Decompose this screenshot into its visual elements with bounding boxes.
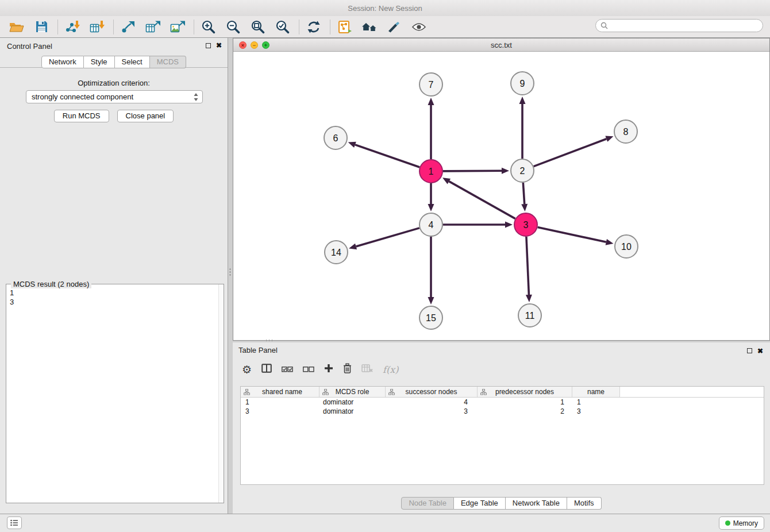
table-settings-button[interactable]: ⚙ (242, 364, 252, 375)
apply-layout-button[interactable] (335, 18, 355, 36)
tab-edge-table[interactable]: Edge Table (454, 497, 506, 510)
graph-node-14[interactable]: 14 (325, 241, 348, 264)
style-brush-button[interactable] (384, 18, 404, 36)
table-panel-close-button[interactable]: ✖ (757, 347, 763, 355)
table-panel-float-button[interactable] (747, 348, 752, 353)
import-table-button[interactable] (87, 18, 107, 36)
close-panel-button[interactable]: Close panel (117, 110, 174, 122)
network-graph[interactable]: 7968124314101511 (233, 52, 769, 340)
column-header-name[interactable]: name (572, 387, 620, 397)
import-network-button[interactable] (63, 18, 82, 36)
refresh-button[interactable] (304, 18, 324, 36)
tab-motifs[interactable]: Motifs (567, 497, 602, 510)
export-table-button[interactable] (143, 18, 163, 36)
column-header-predecessor-nodes[interactable]: predecessor nodes (478, 387, 572, 397)
zoom-out-button[interactable] (224, 18, 243, 36)
open-session-button[interactable] (7, 18, 26, 36)
graph-node-1[interactable]: 1 (419, 160, 442, 183)
select-all-columns-button[interactable] (282, 364, 293, 375)
tab-node-table[interactable]: Node Table (401, 497, 454, 510)
network-window-titlebar[interactable]: × − + scc.txt (233, 38, 769, 52)
horizontal-splitter-grip[interactable] (265, 339, 274, 342)
graph-node-label: 3 (523, 220, 529, 230)
network-canvas[interactable]: 7968124314101511 (233, 52, 769, 340)
graph-edge-3-10[interactable] (538, 227, 606, 242)
show-details-button[interactable] (409, 18, 429, 36)
delete-column-button[interactable] (343, 363, 352, 376)
function-builder-button[interactable]: f(x) (383, 364, 398, 375)
home-button[interactable] (360, 18, 379, 36)
graph-node-10[interactable]: 10 (615, 235, 638, 258)
task-history-button[interactable] (7, 516, 22, 529)
control-panel-tabbar: Network Style Select MCDS (0, 56, 228, 68)
result-scrollbar[interactable] (218, 284, 224, 503)
control-panel-float-button[interactable] (206, 43, 211, 48)
memory-button[interactable]: Memory (719, 516, 764, 530)
mcds-result-list[interactable]: 1 3 (6, 286, 218, 503)
graph-node-6[interactable]: 6 (324, 126, 347, 149)
mcds-result-item[interactable]: 1 (10, 288, 215, 298)
graph-edge-2-3[interactable] (523, 183, 524, 204)
graph-node-9[interactable]: 9 (511, 72, 534, 95)
tab-style[interactable]: Style (84, 56, 115, 68)
table-toolbar: ⚙ f(x) (242, 361, 398, 378)
tab-network-table[interactable]: Network Table (506, 497, 567, 510)
table-row[interactable]: 3 dominator 3 2 3 (241, 407, 764, 416)
run-mcds-button[interactable]: Run MCDS (54, 110, 109, 122)
dropdown-stepper-icon (194, 93, 198, 103)
graph-node-15[interactable]: 15 (419, 306, 442, 329)
vertical-splitter-grip[interactable] (229, 268, 232, 277)
window-close-icon[interactable]: × (239, 41, 247, 49)
graph-edge-arrowhead (349, 244, 357, 250)
export-image-button[interactable] (168, 18, 187, 36)
column-header-mcds-role[interactable]: MCDS role (319, 387, 386, 397)
graph-edge-1-6[interactable] (355, 145, 419, 167)
graph-edge-2-8[interactable] (534, 139, 607, 167)
show-columns-button[interactable] (261, 364, 272, 375)
tab-mcds[interactable]: MCDS (150, 56, 186, 68)
cell-successor-nodes: 3 (386, 407, 478, 416)
export-table-icon (145, 21, 161, 33)
zoom-in-button[interactable] (199, 18, 218, 36)
toolbar-search[interactable] (595, 19, 763, 32)
column-header-successor-nodes[interactable]: successor nodes (386, 387, 478, 397)
tab-select[interactable]: Select (115, 56, 150, 68)
graph-node-11[interactable]: 11 (518, 304, 541, 327)
graph-node-8[interactable]: 8 (614, 120, 637, 143)
graph-node-4[interactable]: 4 (419, 213, 442, 236)
zoom-fit-button[interactable] (248, 18, 268, 36)
graph-node-label: 11 (525, 311, 535, 321)
save-session-button[interactable] (32, 18, 51, 36)
graph-node-7[interactable]: 7 (419, 73, 442, 96)
column-label: shared name (262, 388, 302, 396)
zoom-out-icon (226, 20, 241, 34)
create-column-button[interactable] (324, 364, 333, 375)
criterion-dropdown[interactable]: strongly connected component (26, 90, 203, 103)
delete-table-button[interactable] (361, 364, 373, 375)
toolbar-separator (57, 20, 58, 34)
graph-edge-3-1[interactable] (449, 182, 515, 219)
control-panel-close-button[interactable]: ✖ (216, 41, 222, 49)
graph-node-label: 6 (333, 133, 338, 143)
graph-edge-3-11[interactable] (526, 237, 529, 295)
window-minimize-icon[interactable]: − (251, 41, 258, 49)
search-input[interactable] (611, 22, 763, 30)
graph-node-3[interactable]: 3 (514, 213, 537, 236)
window-zoom-icon[interactable]: + (262, 41, 270, 49)
column-label: predecessor nodes (495, 388, 554, 396)
table-row[interactable]: 1 dominator 4 1 1 (241, 398, 764, 407)
graph-edge-4-14[interactable] (356, 228, 419, 246)
export-network-button[interactable] (118, 18, 138, 36)
mcds-result-item[interactable]: 3 (10, 298, 215, 307)
tab-network[interactable]: Network (41, 56, 84, 68)
cell-shared-name: 1 (241, 398, 319, 407)
zoom-fit-icon (251, 20, 265, 34)
graph-edge-arrowhead (505, 222, 513, 228)
unselect-all-columns-button[interactable] (303, 364, 314, 375)
graph-edge-1-2[interactable] (443, 171, 502, 171)
zoom-selected-button[interactable] (273, 18, 292, 36)
zoom-in-icon (201, 20, 216, 34)
graph-node-2[interactable]: 2 (511, 159, 534, 182)
import-network-icon (65, 20, 80, 33)
column-header-shared-name[interactable]: shared name (241, 387, 319, 397)
